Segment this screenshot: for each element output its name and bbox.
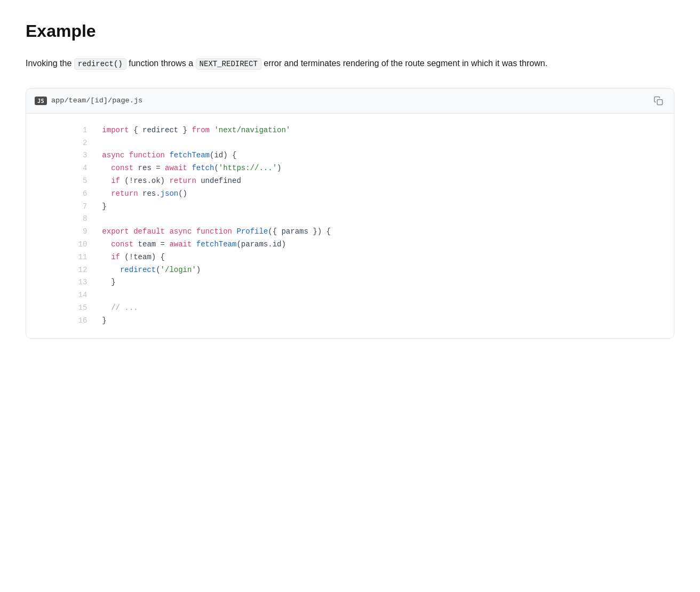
line-number: 1 (26, 124, 98, 137)
line-number: 3 (26, 149, 98, 162)
table-row: 3 async function fetchTeam(id) { (26, 149, 674, 162)
line-content (98, 137, 674, 150)
line-number: 10 (26, 238, 98, 251)
svg-rect-0 (657, 100, 663, 105)
file-name: app/team/[id]/page.js (51, 97, 142, 105)
line-number: 16 (26, 315, 98, 327)
language-badge: JS (35, 97, 47, 105)
table-row: 10 const team = await fetchTeam(params.i… (26, 238, 674, 251)
line-number: 2 (26, 137, 98, 150)
line-content: return res.json() (98, 188, 674, 201)
line-number: 11 (26, 251, 98, 264)
table-row: 1 import { redirect } from 'next/navigat… (26, 124, 674, 137)
table-row: 4 const res = await fetch('https://...') (26, 162, 674, 175)
line-content: if (!team) { (98, 251, 674, 264)
code-block-header-left: JS app/team/[id]/page.js (35, 97, 142, 105)
line-number: 14 (26, 289, 98, 302)
table-row: 14 (26, 289, 674, 302)
line-content: const res = await fetch('https://...') (98, 162, 674, 175)
line-content: redirect('/login') (98, 264, 674, 277)
line-content: async function fetchTeam(id) { (98, 149, 674, 162)
code-block-wrapper: JS app/team/[id]/page.js 1 import { redi… (26, 88, 674, 339)
line-number: 4 (26, 162, 98, 175)
table-row: 2 (26, 137, 674, 150)
page-title: Example (26, 21, 674, 41)
line-content: import { redirect } from 'next/navigatio… (98, 124, 674, 137)
code-block-header: JS app/team/[id]/page.js (26, 89, 674, 114)
line-content: export default async function Profile({ … (98, 226, 674, 238)
table-row: 6 return res.json() (26, 188, 674, 201)
table-row: 15 // ... (26, 302, 674, 315)
table-row: 8 (26, 213, 674, 226)
line-content (98, 289, 674, 302)
inline-code-next-redirect: NEXT_REDIRECT (196, 58, 261, 70)
line-number: 9 (26, 226, 98, 238)
inline-code-redirect: redirect() (74, 58, 126, 70)
line-content: } (98, 276, 674, 289)
table-row: 12 redirect('/login') (26, 264, 674, 277)
copy-icon (654, 96, 663, 106)
line-content (98, 213, 674, 226)
code-table: 1 import { redirect } from 'next/navigat… (26, 124, 674, 327)
table-row: 11 if (!team) { (26, 251, 674, 264)
line-number: 15 (26, 302, 98, 315)
line-content: const team = await fetchTeam(params.id) (98, 238, 674, 251)
description-paragraph: Invoking the redirect() function throws … (26, 56, 674, 71)
line-number: 13 (26, 276, 98, 289)
line-number: 12 (26, 264, 98, 277)
line-content: } (98, 201, 674, 213)
line-number: 8 (26, 213, 98, 226)
line-content: } (98, 315, 674, 327)
code-area: 1 import { redirect } from 'next/navigat… (26, 114, 674, 338)
line-number: 7 (26, 201, 98, 213)
table-row: 13 } (26, 276, 674, 289)
line-number: 5 (26, 175, 98, 188)
line-content: // ... (98, 302, 674, 315)
table-row: 5 if (!res.ok) return undefined (26, 175, 674, 188)
table-row: 9 export default async function Profile(… (26, 226, 674, 238)
table-row: 7 } (26, 201, 674, 213)
table-row: 16 } (26, 315, 674, 327)
copy-button[interactable] (651, 94, 665, 108)
line-content: if (!res.ok) return undefined (98, 175, 674, 188)
line-number: 6 (26, 188, 98, 201)
